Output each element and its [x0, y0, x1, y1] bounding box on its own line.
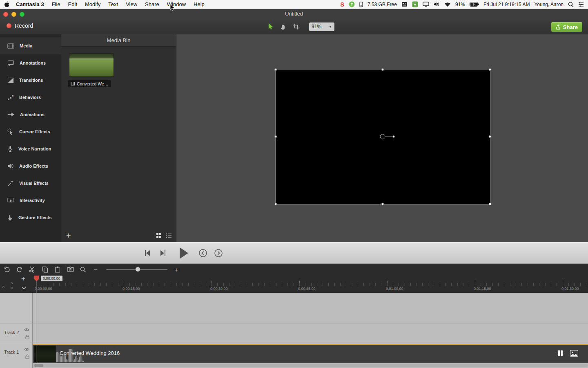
menu-edit[interactable]: Edit: [68, 1, 77, 7]
sidebar-item-transitions[interactable]: Transitions: [0, 72, 61, 89]
crop-tool-button[interactable]: [292, 22, 301, 31]
jump-back-button[interactable]: [198, 248, 208, 258]
resize-handle-nw[interactable]: [274, 68, 277, 71]
clip-thumbnail: [34, 346, 56, 362]
hand-icon: [280, 23, 287, 30]
undo-button[interactable]: [3, 266, 11, 273]
zoom-slider-knob[interactable]: [136, 267, 140, 272]
sidebar-item-behaviors[interactable]: Behaviors: [0, 89, 61, 106]
timeline-zoom-out-button[interactable]: −: [92, 266, 99, 273]
ruler-label: 0:01:30;00: [561, 287, 579, 291]
timeline-body[interactable]: Track 2 Track 1: [0, 293, 588, 368]
spotlight-search-icon[interactable]: [568, 2, 574, 7]
timeline-horizontal-scrollbar[interactable]: [33, 364, 588, 367]
track-options-chevron-button[interactable]: [21, 284, 27, 291]
media-item-thumbnail[interactable]: [69, 54, 114, 76]
sidebar-item-interactivity[interactable]: Interactivity: [0, 192, 61, 209]
battery-percent-text[interactable]: 91%: [455, 2, 465, 7]
timeline-toolbar: − +: [0, 264, 588, 275]
sync-status-icon[interactable]: [349, 1, 355, 7]
resize-handle-s[interactable]: [381, 203, 384, 206]
sidebar-item-voice-narration[interactable]: Voice Narration: [0, 140, 61, 157]
rotation-handle[interactable]: [392, 135, 395, 138]
installer-icon[interactable]: [412, 1, 418, 7]
track-2-visibility-toggle[interactable]: [24, 326, 29, 333]
timeline-ruler[interactable]: 0:00:00;00 0:00:15;00 0:00:30;00 0:00:45…: [33, 275, 588, 293]
canvas-stage[interactable]: [276, 70, 490, 204]
share-button[interactable]: Share: [551, 22, 582, 32]
wifi-icon[interactable]: [444, 2, 451, 7]
track-2-lock-toggle[interactable]: [25, 334, 29, 341]
track-row-1[interactable]: Track 1 Converted Wedding 2016: [0, 343, 588, 362]
pause-indicator-icon[interactable]: [558, 350, 563, 356]
pan-tool-button[interactable]: [279, 22, 288, 31]
s-logo-icon[interactable]: S: [341, 1, 344, 8]
track-option-dot-icon[interactable]: [11, 287, 13, 289]
resize-handle-ne[interactable]: [489, 68, 492, 71]
apple-menu-icon[interactable]: [4, 1, 9, 7]
add-track-button[interactable]: +: [21, 275, 25, 282]
battery-icon[interactable]: [470, 2, 479, 7]
split-button[interactable]: [67, 266, 74, 273]
copy-button[interactable]: [41, 266, 49, 273]
add-media-button[interactable]: +: [66, 231, 71, 240]
play-button[interactable]: [176, 245, 190, 261]
cut-button[interactable]: [29, 266, 36, 273]
record-button[interactable]: Record: [7, 22, 33, 29]
menu-share[interactable]: Share: [145, 1, 159, 7]
select-tool-button[interactable]: [266, 22, 275, 31]
track-1-lock-toggle[interactable]: [25, 353, 29, 361]
free-space-text[interactable]: 7.53 GB Free: [368, 2, 397, 7]
notification-center-icon[interactable]: [578, 2, 584, 7]
gesture-effects-icon: [7, 214, 13, 221]
menu-view[interactable]: View: [126, 1, 137, 7]
timeline-zoom-in-button[interactable]: +: [173, 266, 180, 273]
resize-handle-w[interactable]: [274, 135, 277, 138]
sidebar-item-gesture-effects[interactable]: Gesture Effects: [0, 209, 61, 226]
center-anchor-icon[interactable]: [380, 134, 385, 139]
playhead-handle[interactable]: [34, 276, 39, 281]
track-option-dot-icon[interactable]: [11, 282, 13, 284]
sidebar-label: Transitions: [19, 78, 43, 83]
user-menu-text[interactable]: Young, Aaron: [534, 2, 564, 7]
resize-handle-se[interactable]: [489, 203, 492, 206]
sidebar-item-cursor-effects[interactable]: Cursor Effects: [0, 123, 61, 140]
timeline-clip[interactable]: Converted Wedding 2016: [33, 344, 588, 363]
sidebar-item-audio-effects[interactable]: Audio Effects: [0, 157, 61, 175]
menu-text[interactable]: Text: [108, 1, 118, 7]
sidebar-item-annotations[interactable]: Annotations: [0, 54, 61, 72]
scrollbar-thumb[interactable]: [34, 364, 43, 367]
list-view-button[interactable]: [166, 233, 172, 238]
sidebar-item-media[interactable]: Media: [0, 37, 61, 54]
previous-frame-button[interactable]: [143, 249, 152, 258]
menu-modify[interactable]: Modify: [85, 1, 100, 7]
resize-handle-e[interactable]: [489, 135, 492, 138]
paste-button[interactable]: [54, 266, 61, 273]
resize-handle-n[interactable]: [381, 68, 384, 71]
image-indicator-icon[interactable]: [570, 350, 578, 358]
canvas-area[interactable]: [176, 34, 588, 242]
resize-handle-sw[interactable]: [274, 203, 277, 206]
media-item-label-badge[interactable]: Converted We…: [68, 80, 111, 87]
menu-app-name[interactable]: Camtasia 3: [16, 1, 44, 7]
track-option-dot-icon[interactable]: [2, 286, 4, 288]
grid-view-button[interactable]: [156, 233, 162, 238]
display-icon[interactable]: [423, 2, 429, 7]
sidebar-item-visual-effects[interactable]: Visual Effects: [0, 175, 61, 192]
volume-icon[interactable]: [434, 2, 440, 7]
transitions-icon: [7, 77, 14, 83]
menu-file[interactable]: File: [52, 1, 60, 7]
clock-text[interactable]: Fri Jul 21 9:19:15 AM: [483, 2, 530, 7]
canvas-zoom-dropdown[interactable]: 91% ▼: [309, 22, 334, 31]
step-forward-button[interactable]: [158, 249, 167, 258]
timeline-zoom-slider[interactable]: [106, 266, 167, 273]
disk-icon[interactable]: [359, 2, 363, 7]
track-1-visibility-toggle[interactable]: [24, 346, 29, 353]
window-manager-icon[interactable]: [401, 2, 408, 7]
playhead-line-ruler: [36, 281, 37, 293]
redo-button[interactable]: [16, 266, 23, 273]
menu-help[interactable]: Help: [194, 1, 205, 7]
sidebar-item-animations[interactable]: Animations: [0, 106, 61, 123]
jump-forward-button[interactable]: [214, 248, 223, 258]
track-row-2[interactable]: Track 2: [0, 323, 588, 343]
